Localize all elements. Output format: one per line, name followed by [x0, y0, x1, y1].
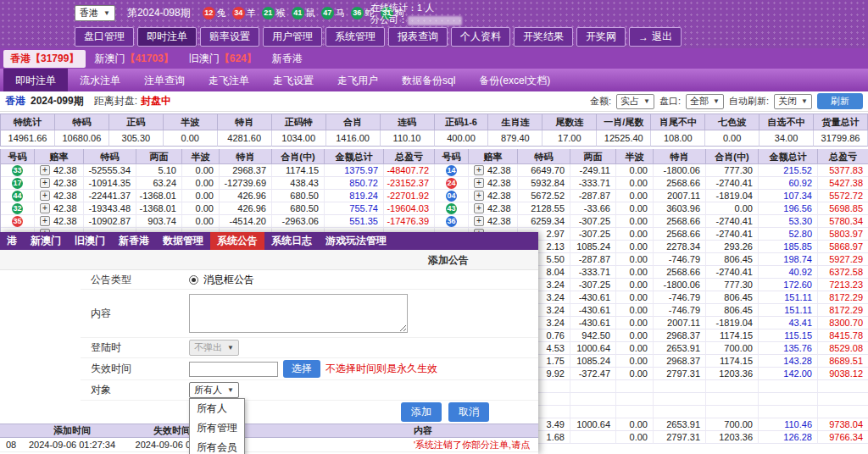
expand-bet-button[interactable]: +	[474, 178, 484, 188]
market-tab[interactable]: 新香港	[265, 50, 309, 68]
expand-bet-button[interactable]: +	[40, 165, 50, 175]
total-amount-cell	[759, 380, 818, 393]
texiao-cell: 2568.66	[654, 266, 706, 279]
number-ball: 47	[321, 7, 334, 19]
market-tab[interactable]: 旧澳门 【624】	[182, 50, 264, 68]
target-select[interactable]: 所有人 ▼ 所有人所有管理所有会员	[189, 382, 239, 398]
stats-value-cell: 17.00	[542, 130, 597, 147]
form-actions: 添加 取消	[81, 401, 538, 424]
hexiao-cell: 1174.15	[706, 355, 759, 368]
zodiac-label: 羊	[247, 7, 256, 19]
hexiao-cell: 777.30	[706, 164, 759, 177]
liangmian-cell: -1368.01	[136, 202, 182, 215]
sub-tab[interactable]: 数据备份sql	[390, 69, 467, 91]
expand-bet-button[interactable]: +	[474, 203, 484, 213]
market-tab[interactable]: 香港 【31799】	[3, 50, 86, 68]
expire-time-input[interactable]	[189, 362, 278, 377]
online-count: 在线统计：1 人	[370, 2, 462, 14]
overlay-menu-item[interactable]: 数据管理	[156, 232, 210, 250]
menu-button[interactable]: 盘口管理	[75, 27, 134, 47]
choose-time-button[interactable]: 选择	[283, 360, 320, 378]
texiao-cell: 2007.11	[654, 190, 706, 202]
stats-value-cell: 400.00	[435, 130, 489, 147]
overlay-menu-item[interactable]: 新香港	[112, 232, 156, 250]
hexiao-cell: -2740.41	[706, 215, 759, 228]
dropdown-option[interactable]: 所有会员	[190, 438, 244, 454]
market-tab[interactable]: 新澳门 【41703】	[87, 50, 180, 68]
refresh-button[interactable]: 刷新	[817, 93, 863, 109]
stats-header-cell: 一肖/尾数	[597, 114, 651, 130]
hexiao-cell: -2740.41	[706, 177, 759, 190]
expand-bet-button[interactable]: +	[40, 216, 50, 226]
banbo-cell: 0.00	[616, 431, 654, 444]
overlay-menu-item[interactable]: 新澳门	[24, 232, 68, 250]
cancel-button[interactable]: 取消	[448, 402, 489, 422]
expand-bet-button[interactable]: +	[474, 216, 484, 226]
overlay-menu-item[interactable]: 系统日志	[264, 232, 319, 250]
expand-bet-button[interactable]: +	[40, 191, 50, 201]
menu-button-label: 开奖结果	[523, 30, 564, 44]
overlay-menu-item[interactable]: 游戏玩法管理	[319, 232, 393, 250]
menu-button[interactable]: 赔率设置	[200, 27, 259, 47]
menu-button[interactable]: 开奖结果	[514, 27, 573, 47]
sub-tab[interactable]: 流水注单	[68, 69, 132, 91]
topbar: 香港 ▼ 第2024-098期 12 兔 34 羊	[0, 0, 868, 48]
sub-tab[interactable]: 走飞注单	[197, 69, 261, 91]
odds-cell: +42.38	[469, 202, 518, 215]
sub-tab[interactable]: 注单查询	[132, 69, 197, 91]
message-box-radio[interactable]	[189, 275, 198, 285]
menu-button[interactable]: 系统管理	[326, 27, 385, 47]
handicap-select[interactable]: 全部 ▼	[686, 94, 724, 109]
liangmian-cell	[570, 393, 616, 406]
added-time-header: 添加时间	[22, 424, 122, 437]
menu-button[interactable]: 用户管理	[263, 27, 322, 47]
profit-loss-cell: 5377.83	[818, 164, 868, 177]
odds-value: 42.38	[53, 202, 77, 215]
stats-value-cell: 10680.06	[55, 130, 109, 147]
expand-bet-button[interactable]: +	[474, 165, 484, 175]
bet-header-cell: 特肖	[654, 149, 706, 164]
dropdown-option[interactable]: 所有人	[190, 399, 244, 418]
menu-button[interactable]: 开奖网	[576, 27, 626, 47]
stats-header-cell: 正码1-6	[435, 114, 489, 130]
dropdown-option[interactable]: 所有管理	[190, 418, 244, 438]
total-amount-cell: 215.52	[759, 164, 818, 177]
overlay-menu-item[interactable]: 旧澳门	[68, 232, 112, 250]
amount-select[interactable]: 实占 ▼	[616, 94, 654, 109]
odds-cell: +42.38	[35, 164, 84, 177]
overlay-menu-item[interactable]: 港	[0, 232, 24, 250]
total-amount-cell: 135.76	[759, 342, 818, 355]
form-row-content: 内容	[81, 290, 538, 338]
odds-cell: +42.38	[35, 202, 84, 215]
total-amount-cell: 142.00	[759, 368, 818, 380]
menu-button[interactable]: 个人资料	[451, 27, 510, 47]
login-popup-select[interactable]: 不弹出 ▼	[189, 340, 239, 356]
sub-tab[interactable]: 即时注单	[3, 69, 68, 91]
banbo-cell: 0.00	[616, 190, 654, 202]
menu-button[interactable]: 即时注单	[137, 27, 197, 47]
expand-bet-button[interactable]: +	[474, 191, 484, 201]
expand-bet-button[interactable]: +	[40, 203, 50, 213]
banbo-cell: 0.00	[616, 342, 654, 355]
table-row: 44 +42.38 -22441.37 -1368.01 0.00 426.96…	[1, 190, 868, 202]
expand-bet-button[interactable]: +	[40, 178, 50, 188]
overlay-menu-item[interactable]: 系统公告	[210, 232, 264, 250]
sub-tab[interactable]: 走飞用户	[326, 69, 390, 91]
add-button[interactable]: 添加	[401, 402, 442, 422]
menu-button[interactable]: 报表查询	[388, 27, 448, 47]
stats-header-cell: 特统计	[1, 114, 55, 130]
autorefresh-select[interactable]: 关闭 ▼	[774, 94, 812, 109]
sub-tab[interactable]: 走飞设置	[261, 69, 326, 91]
content-textarea[interactable]	[189, 294, 408, 333]
menu-button-label: 个人资料	[460, 30, 501, 44]
stats-header-cell: 肖尾不中	[651, 114, 705, 130]
liangmian-cell: -307.25	[570, 228, 616, 241]
sub-tab[interactable]: 备份(excel文档)	[467, 69, 562, 91]
profit-loss-cell: 8529.08	[818, 342, 868, 355]
odds-value: 42.38	[53, 215, 77, 228]
region-select[interactable]: 香港 ▼	[75, 5, 115, 21]
stats-value-cell: 1416.00	[326, 130, 381, 147]
bet-header-cell: 号码	[435, 149, 469, 164]
menu-button[interactable]: 退出	[629, 27, 682, 47]
table-row: 32 +42.38 -19343.48 -1368.01 0.00 426.96…	[1, 202, 868, 215]
